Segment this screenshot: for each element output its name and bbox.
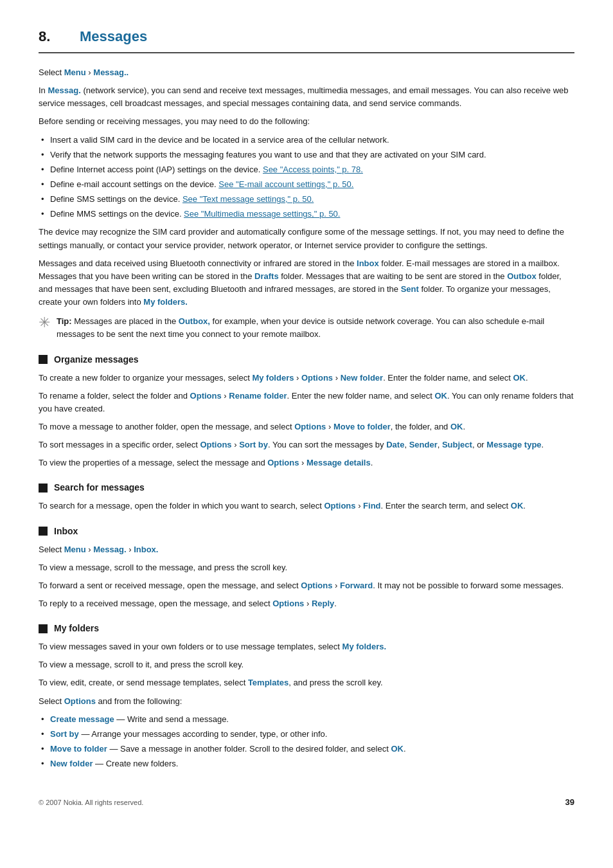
org-p2-arr: › (222, 391, 229, 401)
inb-p2-text1: To forward a sent or received message, o… (39, 581, 301, 590)
chapter-title: Messages (80, 26, 147, 47)
mf-p4-text1: Select (39, 696, 64, 706)
email-settings-link[interactable]: See "E-mail account settings," p. 50. (218, 179, 353, 189)
myfolders-para1: To view messages saved in your own folde… (39, 640, 574, 653)
org-newfolder-link[interactable]: New folder (341, 373, 383, 383)
tip-outbox-link[interactable]: Outbox, (179, 316, 210, 326)
chapter-number: 8. (39, 26, 64, 47)
mf-b4-text: Create new folders. (106, 759, 179, 768)
srch-p1-text2: . Enter the search term, and select (381, 501, 511, 511)
org-p4-text2: . You can sort the messages by (268, 440, 386, 449)
inb-options-link[interactable]: Options (301, 581, 332, 590)
bullet-2: Verify that the network supports the mes… (39, 149, 574, 161)
move-to-folder-link[interactable]: Move to folder (50, 744, 107, 754)
access-points-link[interactable]: See "Access points," p. 78. (263, 165, 363, 174)
bullet-6: Define MMS settings on the device. See "… (39, 208, 574, 221)
search-section-title: Search for messages (54, 481, 145, 494)
srch-ok[interactable]: OK (511, 501, 524, 511)
inbox-link[interactable]: Inbox (357, 258, 379, 268)
chapter-header: 8. Messages (39, 26, 574, 53)
mf-p4-text2: and from the following: (96, 696, 182, 706)
org-rename-link[interactable]: Rename folder (229, 391, 287, 401)
inbox-select-line: Select Menu › Messag. › Inbox. (39, 543, 574, 556)
org-p1-end: . (526, 373, 528, 383)
mf-options-link[interactable]: Options (64, 696, 96, 706)
srch-find-link[interactable]: Find (363, 501, 380, 511)
inbox-menu2[interactable]: Messag. (93, 545, 126, 554)
sort-by-link[interactable]: Sort by (50, 729, 79, 739)
org-p4-arr: › (232, 440, 240, 449)
myfolders-section-icon (39, 624, 48, 633)
sms-settings-link[interactable]: See "Text message settings," p. 50. (182, 194, 314, 204)
org-p1-arr2: › (333, 373, 341, 383)
org-options-link2[interactable]: Options (190, 391, 222, 401)
tip-label: Tip: (57, 316, 72, 326)
organize-section-header: Organize messages (39, 353, 574, 366)
para4-p3: folder. Messages that are waiting to be … (279, 271, 508, 281)
org-subject: Subject (442, 440, 472, 449)
organize-para5: To view the properties of a message, sel… (39, 457, 574, 469)
org-myfolders-link[interactable]: My folders (252, 373, 294, 383)
intro-bullet-list: Insert a valid SIM card in the device an… (39, 134, 574, 221)
org-options-link3[interactable]: Options (294, 422, 326, 431)
org-p1-text1: To create a new folder to organize your … (39, 373, 252, 383)
org-sortby-link[interactable]: Sort by (239, 440, 268, 449)
drafts-link[interactable]: Drafts (254, 271, 279, 281)
inbox-section-title: Inbox (54, 525, 78, 538)
new-folder-link[interactable]: New folder (50, 759, 93, 768)
org-p2-text2: . Enter the new folder name, and select (287, 391, 435, 401)
org-options-link1[interactable]: Options (301, 373, 333, 383)
mf-b3-text: Save a message in another folder. Scroll… (120, 744, 391, 754)
mms-settings-link[interactable]: See "Multimedia message settings," p. 50… (184, 209, 340, 219)
inbox-select-label: Select (39, 545, 62, 554)
messag-link[interactable]: Messag. (48, 86, 80, 95)
myfolders-section-header: My folders (39, 622, 574, 635)
org-or: , or (472, 440, 486, 449)
inbox-para3: To reply to a received message, open the… (39, 597, 574, 610)
mf-b3-end: . (404, 744, 406, 754)
inbox-para2: To forward a sent or received message, o… (39, 579, 574, 592)
bullet-1-text: Insert a valid SIM card in the device an… (50, 135, 389, 145)
org-p3-text2: , the folder, and (391, 422, 450, 431)
sent-link[interactable]: Sent (401, 284, 419, 294)
inbox-menu1[interactable]: Menu (64, 545, 86, 554)
inb-reply-link[interactable]: Reply (312, 599, 334, 608)
tip-p1: Messages are placed in the (72, 316, 179, 326)
org-movetofolder-link[interactable]: Move to folder (333, 422, 391, 431)
myfolders-link[interactable]: My folders. (143, 297, 188, 307)
myfolders-para2: To view a message, scroll to it, and pre… (39, 658, 574, 671)
menu-link-2[interactable]: Messag.. (93, 68, 129, 77)
org-p3-arr: › (326, 422, 333, 431)
tip-icon: ✳ (39, 314, 50, 332)
org-options-link4[interactable]: Options (200, 440, 231, 449)
mf-p3-text1: To view, edit, create, or send message t… (39, 678, 248, 687)
srch-options-link[interactable]: Options (324, 501, 355, 511)
intro-para2: Before sending or receiving messages, yo… (39, 115, 574, 128)
outbox-link[interactable]: Outbox (507, 271, 537, 281)
mf-bullet-2: Sort by — Arrange your messages accordin… (39, 728, 574, 741)
create-message-link[interactable]: Create message (50, 714, 114, 724)
mf-b3-ok[interactable]: OK (391, 744, 404, 754)
org-ok3[interactable]: OK (450, 422, 463, 431)
myfolders-para3: To view, edit, create, or send message t… (39, 676, 574, 689)
organize-para3: To move a message to another folder, ope… (39, 420, 574, 433)
inb-p3-text1: To reply to a received message, open the… (39, 599, 272, 608)
org-msgdetails-link[interactable]: Message details (306, 458, 371, 467)
inb-forward-link[interactable]: Forward (340, 581, 373, 590)
inbox-menu3[interactable]: Inbox. (134, 545, 158, 554)
org-ok1[interactable]: OK (513, 373, 526, 383)
srch-p1-arr: › (356, 501, 364, 511)
inb-options-link2[interactable]: Options (272, 599, 304, 608)
para4-p1: Messages and data received using Bluetoo… (39, 258, 357, 268)
mf-b2-dash: — (79, 729, 92, 739)
mf-myfolders-link[interactable]: My folders. (342, 642, 387, 651)
org-options-link5[interactable]: Options (267, 458, 299, 467)
srch-p1-text1: To search for a message, open the folder… (39, 501, 324, 511)
org-ok2[interactable]: OK (434, 391, 447, 401)
mf-p1-text1: To view messages saved in your own folde… (39, 642, 342, 651)
mf-templates-link[interactable]: Templates (248, 678, 289, 687)
organize-section-icon (39, 355, 48, 364)
mf-b3-dash: — (107, 744, 120, 754)
menu-link-1[interactable]: Menu (64, 68, 86, 77)
organize-para1: To create a new folder to organize your … (39, 372, 574, 384)
